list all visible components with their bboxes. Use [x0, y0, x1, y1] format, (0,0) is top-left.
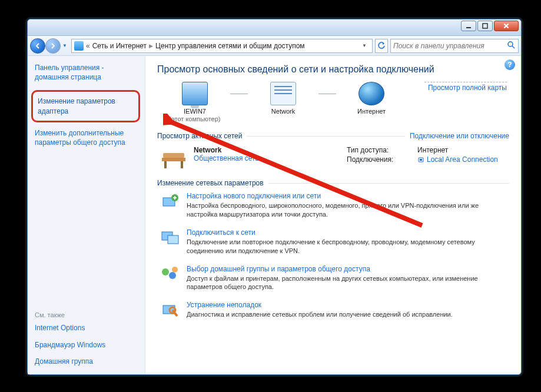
history-dropdown[interactable]: ▼ [61, 38, 69, 54]
svg-point-14 [169, 272, 176, 279]
sidebar-internet-options-link[interactable]: Internet Options [35, 323, 138, 333]
sidebar-firewall-link[interactable]: Брандмауэр Windows [35, 340, 138, 350]
refresh-button[interactable] [375, 39, 388, 53]
access-type-label: Тип доступа: [347, 146, 417, 154]
breadcrumb-category[interactable]: Сеть и Интернет [92, 42, 147, 50]
globe-icon [359, 82, 384, 105]
connect-to-network-item[interactable]: Подключиться к сети Подключение или повт… [157, 225, 509, 261]
page-title: Просмотр основных сведений о сети и наст… [157, 64, 509, 75]
internet-node[interactable]: Интернет [336, 82, 407, 115]
pc-subtitle: (этот компьютер) [160, 115, 230, 122]
forward-button[interactable] [45, 38, 61, 54]
troubleshoot-desc: Диагностика и исправление сетевых пробле… [187, 310, 453, 319]
internet-label: Интернет [336, 108, 407, 115]
chevron-right-icon: ▶ [149, 43, 153, 49]
address-dropdown[interactable]: ▼ [359, 43, 370, 48]
setup-new-connection-desc: Настройка беспроводного, широкополосного… [187, 201, 507, 219]
connection-link[interactable]: Local Area Connection [417, 155, 498, 164]
sidebar-adapter-settings-link[interactable]: Изменение параметров адаптера [38, 97, 134, 115]
connect-disconnect-link[interactable]: Подключение или отключение [410, 132, 509, 140]
network-center-icon [74, 41, 84, 51]
sidebar-homegroup-link[interactable]: Домашняя группа [35, 357, 138, 366]
network-map: IEWIN7 (этот компьютер) Network Интернет… [157, 82, 509, 127]
connect-to-network-desc: Подключение или повторное подключение к … [187, 238, 507, 255]
search-input[interactable] [393, 42, 506, 50]
main-content: ? Просмотр основных сведений о сети и на… [145, 56, 521, 374]
ethernet-icon [417, 156, 424, 163]
svg-point-13 [162, 268, 169, 275]
connect-network-icon [160, 228, 181, 247]
help-icon[interactable]: ? [505, 59, 515, 70]
sidebar-advanced-sharing-link[interactable]: Изменить дополнительные параметры общего… [35, 128, 138, 147]
address-bar[interactable]: « Сеть и Интернет ▶ Центр управления сет… [71, 39, 373, 53]
titlebar[interactable] [28, 19, 521, 36]
svg-rect-8 [420, 159, 422, 161]
network-type-link[interactable]: Общественная сеть [194, 154, 259, 162]
maximize-button[interactable] [477, 21, 493, 31]
back-button[interactable] [30, 38, 45, 54]
homegroup-sharing-desc: Доступ к файлам и принтерам, расположенн… [187, 274, 507, 292]
svg-rect-4 [164, 161, 167, 168]
sidebar: Панель управления - домашняя страница Из… [28, 56, 145, 374]
svg-rect-6 [163, 153, 184, 158]
svg-point-15 [172, 267, 178, 273]
troubleshoot-item[interactable]: Устранение неполадок Диагностика и испра… [157, 297, 509, 325]
see-also-label: См. также [35, 311, 138, 318]
connect-to-network-link[interactable]: Подключиться к сети [187, 228, 507, 237]
change-settings-heading: Изменение сетевых параметров [157, 179, 264, 187]
setup-new-connection-link[interactable]: Настройка нового подключения или сети [187, 192, 507, 200]
access-type-value: Интернет [417, 146, 448, 154]
svg-point-2 [508, 42, 513, 46]
svg-rect-0 [466, 27, 471, 28]
control-panel-window: ▼ « Сеть и Интернет ▶ Центр управления с… [27, 19, 522, 375]
svg-rect-1 [483, 24, 487, 28]
search-box[interactable] [390, 39, 519, 53]
adapter-settings-highlight: Изменение параметров адаптера [31, 90, 140, 122]
homegroup-sharing-link[interactable]: Выбор домашней группы и параметров общег… [187, 265, 507, 273]
pc-name: IEWIN7 [160, 108, 230, 115]
public-network-icon [160, 146, 188, 170]
network-label: Network [248, 108, 318, 115]
breadcrumb-prefix: « [86, 42, 90, 50]
active-network-name: Network [194, 146, 259, 154]
troubleshoot-link[interactable]: Устранение неполадок [187, 301, 453, 309]
homegroup-icon [160, 265, 181, 284]
breadcrumb-page[interactable]: Центр управления сетями и общим доступом [155, 42, 305, 50]
control-panel-home-link[interactable]: Панель управления - домашняя страница [35, 63, 138, 82]
close-button[interactable] [494, 21, 519, 31]
network-node[interactable]: Network [248, 82, 318, 115]
network-hub-icon [270, 82, 296, 105]
pc-icon [182, 82, 208, 105]
connections-label: Подключения: [347, 155, 417, 165]
setup-new-connection-item[interactable]: Настройка нового подключения или сети На… [157, 188, 509, 225]
navigation-bar: ▼ « Сеть и Интернет ▶ Центр управления с… [28, 36, 521, 56]
svg-rect-12 [168, 235, 178, 244]
minimize-button[interactable] [461, 21, 476, 31]
full-map-link[interactable]: Просмотр полной карты [424, 82, 507, 92]
svg-rect-5 [181, 161, 183, 168]
search-icon[interactable] [506, 41, 516, 51]
new-connection-icon [160, 192, 181, 211]
troubleshoot-icon [160, 301, 181, 320]
svg-rect-3 [162, 158, 185, 161]
active-networks-heading: Просмотр активных сетей [157, 132, 242, 140]
pc-node[interactable]: IEWIN7 (этот компьютер) [160, 82, 230, 122]
homegroup-sharing-item[interactable]: Выбор домашней группы и параметров общег… [157, 261, 509, 298]
